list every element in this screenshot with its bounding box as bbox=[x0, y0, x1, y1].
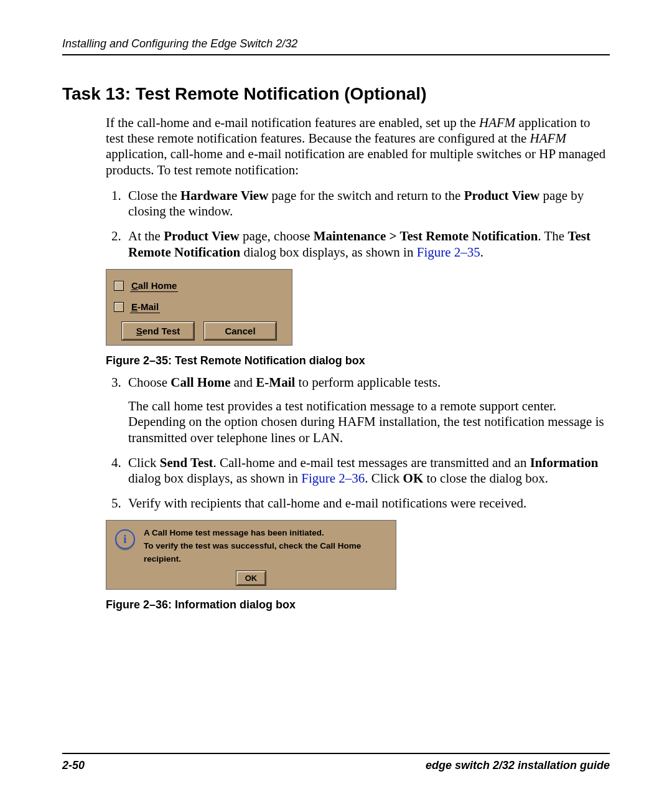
step4-sendtest: Send Test bbox=[160, 455, 213, 470]
step2-a: At the bbox=[128, 229, 164, 243]
step3-email: E-Mail bbox=[256, 375, 295, 390]
step3-e: to perform applicable tests. bbox=[295, 375, 441, 390]
page-number: 2-50 bbox=[62, 759, 85, 772]
step4-h: to close the dialog box. bbox=[423, 471, 548, 486]
intro-hafm-2: HAFM bbox=[530, 131, 566, 146]
information-dialog: i A Call Home test message has been init… bbox=[106, 520, 396, 590]
call-home-mnemonic: C bbox=[131, 280, 138, 291]
step-1: Close the Hardware View page for the swi… bbox=[124, 188, 610, 220]
guide-title: edge switch 2/32 installation guide bbox=[426, 759, 610, 772]
step3-callhome: Call Home bbox=[170, 375, 230, 390]
step4-info: Information bbox=[530, 455, 599, 470]
email-checkbox[interactable] bbox=[114, 302, 124, 312]
intro-paragraph: If the call-home and e-mail notification… bbox=[106, 115, 610, 178]
email-rest: -Mail bbox=[138, 301, 159, 312]
page-footer: 2-50 edge switch 2/32 installation guide bbox=[62, 753, 610, 772]
option-call-home[interactable]: Call Home bbox=[114, 280, 284, 292]
step-2: At the Product View page, choose Mainten… bbox=[124, 229, 610, 260]
figure-2-35-link[interactable]: Figure 2–35 bbox=[417, 245, 480, 260]
step4-e: dialog box displays, as shown in bbox=[128, 471, 301, 486]
step2-h: . bbox=[480, 245, 483, 260]
task-title: Task 13: Test Remote Notification (Optio… bbox=[62, 84, 610, 104]
figure-2-36-caption: Figure 2–36: Information dialog box bbox=[106, 598, 610, 611]
step2-menu: Maintenance > Test Remote Notification bbox=[314, 229, 538, 243]
send-test-rest: end Test bbox=[142, 326, 180, 336]
step4-f: . Click bbox=[365, 471, 403, 486]
step3-a: Choose bbox=[128, 375, 170, 390]
running-header: Installing and Configuring the Edge Swit… bbox=[62, 37, 610, 55]
intro-text-c: application, call-home and e-mail notifi… bbox=[106, 146, 605, 177]
info-line-2: To verify the test was successful, check… bbox=[144, 540, 390, 566]
step4-ok: OK bbox=[403, 471, 424, 486]
steps-list: Close the Hardware View page for the swi… bbox=[106, 188, 610, 260]
step1-a: Close the bbox=[128, 188, 180, 203]
call-home-label: Call Home bbox=[130, 280, 178, 292]
step1-c: page for the switch and return to the bbox=[268, 188, 464, 203]
info-icon: i bbox=[115, 529, 135, 549]
email-label: E-Mail bbox=[130, 301, 160, 313]
steps-list-cont: Choose Call Home and E-Mail to perform a… bbox=[106, 375, 610, 511]
figure-2-35-caption: Figure 2–35: Test Remote Notification di… bbox=[106, 354, 610, 367]
call-home-rest: all Home bbox=[138, 280, 177, 291]
step4-a: Click bbox=[128, 455, 160, 470]
step-3: Choose Call Home and E-Mail to perform a… bbox=[124, 375, 610, 446]
step-5: Verify with recipients that call-home an… bbox=[124, 496, 610, 512]
step3-c: and bbox=[230, 375, 256, 390]
test-remote-notification-dialog: Call Home E-Mail Send Test Cancel bbox=[106, 269, 292, 346]
step2-g: dialog box displays, as shown in bbox=[240, 245, 417, 260]
info-text: A Call Home test message has been initia… bbox=[144, 527, 390, 566]
step2-prodview: Product View bbox=[164, 229, 240, 243]
step4-c: . Call-home and e-mail test messages are… bbox=[213, 455, 530, 470]
intro-text-a: If the call-home and e-mail notification… bbox=[106, 115, 479, 130]
step3-subpara: The call home test provides a test notif… bbox=[128, 399, 610, 446]
step-4: Click Send Test. Call-home and e-mail te… bbox=[124, 455, 610, 487]
send-test-mnemonic: S bbox=[136, 326, 142, 336]
step1-hwview: Hardware View bbox=[180, 188, 268, 203]
call-home-checkbox[interactable] bbox=[114, 281, 124, 291]
info-line-1: A Call Home test message has been initia… bbox=[144, 527, 390, 540]
step2-e: . The bbox=[538, 229, 567, 243]
email-mnemonic: E bbox=[131, 301, 138, 312]
cancel-button[interactable]: Cancel bbox=[204, 322, 276, 340]
option-email[interactable]: E-Mail bbox=[114, 301, 284, 313]
send-test-button[interactable]: Send Test bbox=[122, 322, 194, 340]
ok-button[interactable]: OK bbox=[236, 571, 266, 585]
step1-prodview: Product View bbox=[464, 188, 540, 203]
figure-2-36-link[interactable]: Figure 2–36 bbox=[301, 471, 365, 486]
intro-hafm-1: HAFM bbox=[479, 115, 515, 130]
step2-c: page, choose bbox=[240, 229, 314, 243]
